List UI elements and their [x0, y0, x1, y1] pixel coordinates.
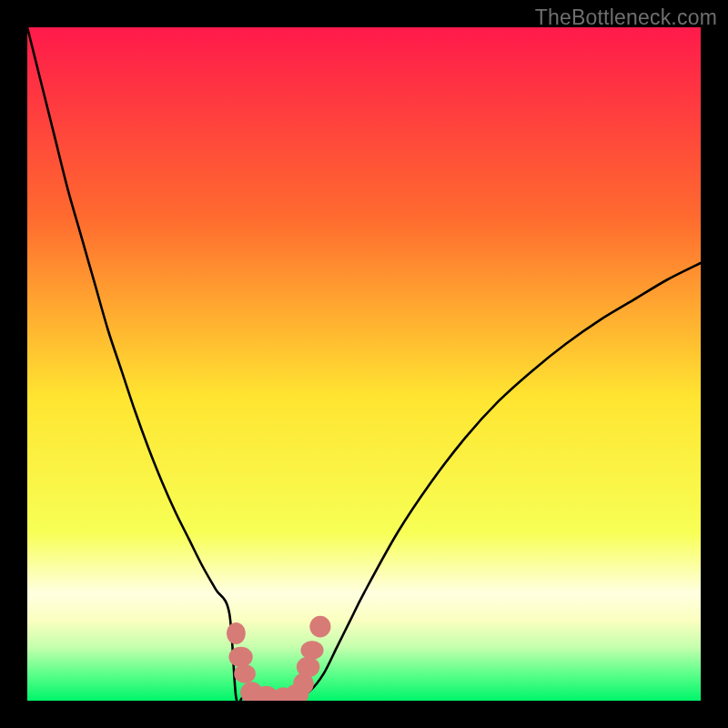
plot-area	[27, 27, 701, 701]
curve-marker	[234, 664, 256, 683]
curve-marker	[227, 622, 246, 644]
curve-marker	[297, 657, 319, 677]
chart-svg	[27, 27, 701, 701]
curve-marker	[309, 616, 330, 638]
curve-marker	[300, 641, 323, 660]
gradient-background	[27, 27, 701, 701]
watermark-text: TheBottleneck.com	[535, 5, 717, 30]
chart-frame: TheBottleneck.com	[0, 0, 728, 728]
curve-marker	[228, 647, 252, 667]
